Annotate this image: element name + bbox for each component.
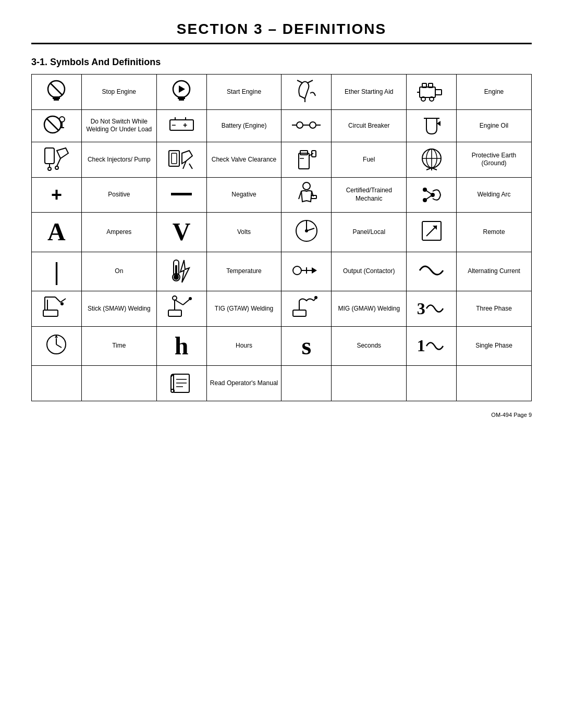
- label-protective-earth: Protective Earth (Ground): [457, 142, 532, 178]
- label-ether: Ether Starting Aid: [332, 75, 407, 110]
- svg-line-19: [46, 118, 59, 131]
- symbol-fuel: [282, 142, 332, 178]
- symbol-empty-1: [32, 366, 82, 401]
- label-volts: Volts: [206, 213, 282, 252]
- symbol-hours: h: [156, 326, 206, 365]
- svg-line-99: [56, 344, 62, 348]
- label-read-manual: Read Operator's Manual: [206, 366, 282, 401]
- label-remote: Remote: [457, 213, 532, 252]
- symbol-three-phase: 3: [407, 291, 457, 327]
- svg-rect-2: [53, 96, 60, 99]
- label-negative: Negative: [206, 177, 282, 213]
- table-row: A Amperes V Volts Panel/Local: [32, 213, 532, 252]
- symbol-empty-3: [407, 366, 457, 401]
- symbol-seconds: s: [282, 326, 332, 365]
- label-engine: Engine: [457, 75, 532, 110]
- label-temperature: Temperature: [206, 252, 282, 291]
- svg-point-29: [310, 122, 316, 128]
- label-start-engine: Start Engine: [206, 75, 282, 110]
- symbol-on: |: [32, 252, 82, 291]
- symbol-volts: V: [156, 213, 206, 252]
- symbol-empty-2: [282, 366, 332, 401]
- symbol-temperature: [156, 252, 206, 291]
- definitions-table: Stop Engine Start Engine: [31, 74, 532, 401]
- svg-line-53: [432, 168, 437, 170]
- symbol-protective-earth: [407, 142, 457, 178]
- svg-point-75: [293, 266, 301, 275]
- label-battery: Battery (Engine): [206, 109, 282, 142]
- label-single-phase: Single Phase: [457, 326, 532, 365]
- svg-rect-12: [435, 90, 442, 95]
- label-welding-arc: Welding Arc: [457, 177, 532, 213]
- symbol-ether: [282, 75, 332, 110]
- svg-point-74: [174, 275, 179, 280]
- svg-point-104: [171, 389, 174, 392]
- label-time: Time: [81, 326, 156, 365]
- table-row: Time h Hours s Seconds 1 Single Phase: [32, 326, 532, 365]
- svg-rect-34: [45, 148, 54, 164]
- table-row: Check Injectors/ Pump Check Valve Cleara…: [32, 142, 532, 178]
- svg-point-55: [303, 182, 310, 190]
- symbol-remote: [407, 213, 457, 252]
- label-mig-welding: MIG (GMAW) Welding: [332, 291, 407, 327]
- svg-point-96: [314, 296, 317, 299]
- svg-point-92: [189, 297, 192, 300]
- svg-line-62: [425, 190, 433, 195]
- svg-point-20: [59, 117, 65, 122]
- symbol-read-manual: [156, 366, 206, 401]
- svg-point-89: [173, 296, 177, 300]
- label-empty-3: [457, 366, 532, 401]
- symbol-check-valve: [156, 142, 206, 178]
- symbol-battery: − +: [156, 109, 206, 142]
- label-output-contactor: Output (Contactor): [332, 252, 407, 291]
- symbol-stick-welding: [32, 291, 82, 327]
- svg-line-86: [60, 299, 66, 302]
- svg-rect-43: [299, 153, 309, 169]
- table-row: | On Temperature: [32, 252, 532, 291]
- svg-rect-7: [179, 99, 184, 101]
- table-row: + Positive Negative Certified/Trained Me…: [32, 177, 532, 213]
- label-stick-welding: Stick (SMAW) Welding: [81, 291, 156, 327]
- symbol-no-switch: [32, 109, 82, 142]
- symbol-welding-arc: [407, 177, 457, 213]
- svg-point-67: [305, 229, 308, 232]
- label-no-switch: Do Not Switch While Welding Or Under Loa…: [81, 109, 156, 142]
- page-title: SECTION 3 – DEFINITIONS: [31, 21, 532, 44]
- svg-rect-11: [420, 87, 435, 97]
- svg-marker-79: [312, 267, 317, 274]
- symbol-tig-welding: [156, 291, 206, 327]
- svg-line-91: [183, 300, 189, 305]
- svg-line-56: [299, 191, 301, 199]
- table-row: Stick (SMAW) Welding TIG (GTAW) Welding: [32, 291, 532, 327]
- symbol-negative: [156, 177, 206, 213]
- svg-rect-58: [311, 195, 316, 199]
- label-panel-local: Panel/Local: [332, 213, 407, 252]
- subsection-title: 3-1. Symbols And Definitions: [31, 57, 532, 68]
- svg-line-51: [426, 168, 432, 170]
- svg-point-38: [55, 166, 58, 169]
- label-ac: Alternating Current: [457, 252, 532, 291]
- label-positive: Positive: [81, 177, 156, 213]
- label-empty-2: [332, 366, 407, 401]
- symbol-mechanic: [282, 177, 332, 213]
- label-three-phase: Three Phase: [457, 291, 532, 327]
- label-stop-engine: Stop Engine: [81, 75, 156, 110]
- svg-rect-93: [293, 310, 306, 316]
- svg-line-1: [51, 83, 62, 95]
- label-check-valve: Check Valve Clearance: [206, 142, 282, 178]
- label-fuel: Fuel: [332, 142, 407, 178]
- svg-line-63: [425, 195, 433, 200]
- symbol-circuit-breaker: [282, 109, 332, 142]
- svg-point-85: [60, 302, 64, 305]
- svg-rect-3: [54, 99, 59, 101]
- table-row: Stop Engine Start Engine: [32, 75, 532, 110]
- svg-rect-6: [178, 96, 185, 99]
- symbol-check-injectors: [32, 142, 82, 178]
- label-tig-welding: TIG (GTAW) Welding: [206, 291, 282, 327]
- label-engine-oil: Engine Oil: [457, 109, 532, 142]
- symbol-engine: [407, 75, 457, 110]
- table-row: Read Operator's Manual: [32, 366, 532, 401]
- symbol-stop-engine: [32, 75, 82, 110]
- svg-line-90: [175, 300, 183, 305]
- symbol-mig-welding: [282, 291, 332, 327]
